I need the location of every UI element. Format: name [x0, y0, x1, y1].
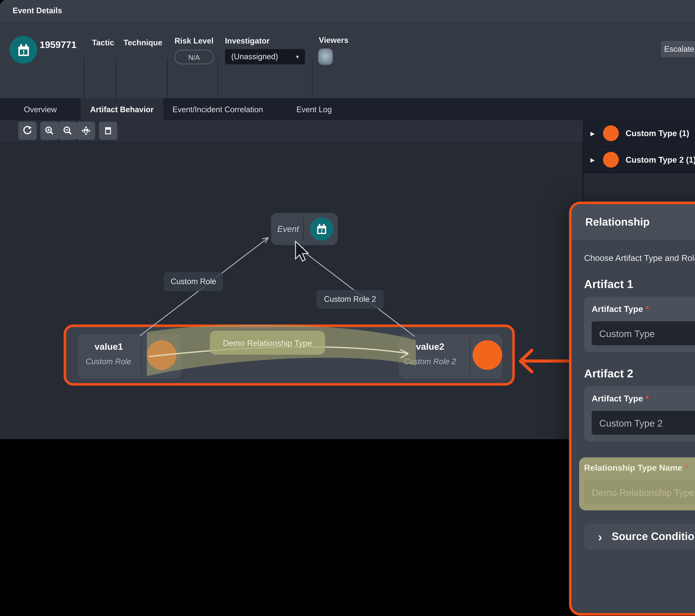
viewer-avatar[interactable] [318, 49, 333, 65]
divider [470, 339, 470, 374]
tactic-label: Tactic [92, 38, 114, 47]
viewers-label: Viewers [319, 36, 349, 45]
zoom-out-button[interactable] [59, 122, 77, 140]
fit-view-icon [81, 125, 91, 136]
edge-role-label: Custom Role 2 [316, 290, 384, 309]
artifact-type-label: Artifact Type* [592, 304, 695, 314]
artifact-2-type-field: Artifact Type* Custom Type 2 ▼ [592, 394, 695, 435]
refresh-button[interactable] [18, 122, 36, 140]
chevron-down-icon: ▼ [295, 54, 300, 59]
artifact-type-dot [473, 340, 502, 370]
graph-toolbar [0, 120, 583, 142]
artifact-1-type-field: Artifact Type* Custom Type ▼ [592, 304, 695, 345]
artifact-2-card: Artifact Type* Custom Type 2 ▼ Artifact … [584, 386, 695, 442]
caret-right-icon[interactable]: ▶ [591, 130, 595, 136]
artifact-value: value1 [95, 342, 123, 352]
event-id: 1959771 [40, 39, 77, 50]
tab-event-incident-correlation[interactable]: Event/Incident Correlation [163, 98, 272, 120]
panel-description: Choose Artifact Type and Roles below to … [584, 253, 695, 263]
artifact-1-heading: Artifact 1 [584, 278, 695, 291]
required-asterisk: * [685, 463, 688, 473]
event-calendar-icon [10, 36, 37, 64]
fit-view-button[interactable] [77, 122, 95, 140]
artifact-type-dot [147, 340, 176, 370]
artifact-type-dot [603, 125, 619, 141]
escalate-button[interactable]: Escalate [661, 41, 695, 57]
investigator-select[interactable]: (Unassigned) ▼ [225, 49, 305, 64]
panel-title: Relationship [585, 216, 649, 228]
required-asterisk: * [645, 304, 649, 314]
relationship-panel-header: Relationship ✕ [572, 204, 695, 240]
artifact-type-label: Artifact Type* [592, 394, 695, 403]
risk-level-label: Risk Level [174, 37, 214, 45]
screen: Event Details ✕ 1959771 Tactic Technique… [0, 0, 695, 616]
zoom-in-icon [44, 125, 55, 136]
tab-event-log[interactable]: Event Log [272, 98, 356, 120]
frame-selection-button[interactable] [99, 122, 117, 140]
artifact-1-type-dropdown[interactable]: Custom Type ▼ [592, 321, 695, 345]
legend-group-label: Custom Type (1) [626, 129, 689, 138]
artifact-value: value2 [416, 342, 444, 352]
source-conditions-toggle[interactable]: › Source Conditions ? [584, 524, 695, 549]
relationship-panel-body: Choose Artifact Type and Roles below to … [572, 253, 695, 590]
artifact-type-dot [603, 152, 619, 168]
legend-group-custom-type-2[interactable]: ▶ Custom Type 2 (1) [583, 147, 695, 173]
frame-icon [103, 125, 114, 136]
artifact-node-value1[interactable]: value1 Custom Role [78, 334, 181, 379]
event-header: 1959771 Tactic Technique Risk Level N/A … [0, 21, 695, 98]
relationship-type-name-label: Relationship Type Name* [584, 463, 695, 473]
legend-group-custom-type[interactable]: ▶ Custom Type (1) [583, 120, 695, 147]
artifact-role: Custom Role 2 [404, 357, 456, 366]
technique-label: Technique [123, 38, 162, 47]
risk-level-badge: N/A [174, 50, 214, 64]
graph-canvas[interactable] [0, 142, 583, 439]
tab-bar: Overview Artifact Behavior Event/Inciden… [0, 98, 695, 120]
caret-right-icon[interactable]: ▶ [591, 157, 595, 163]
required-asterisk: * [645, 394, 649, 403]
investigator-label: Investigator [225, 37, 270, 45]
legend-group-label: Custom Type 2 (1) [626, 155, 695, 165]
artifact-1-card: Artifact Type* Custom Type ▼ Artifact Ro… [584, 297, 695, 352]
divider [303, 217, 304, 241]
event-calendar-icon [310, 217, 333, 241]
artifact-role: Custom Role [86, 357, 131, 366]
artifact-2-type-dropdown[interactable]: Custom Type 2 ▼ [592, 411, 695, 435]
event-node-label: Event [277, 213, 299, 245]
titlebar: Event Details ✕ [0, 0, 695, 21]
panel-buttons: Save Cancel [584, 567, 695, 591]
source-conditions-label: Source Conditions [612, 530, 695, 543]
refresh-icon [22, 125, 33, 136]
zoom-out-icon [63, 125, 73, 136]
event-node[interactable]: Event [271, 213, 338, 245]
divider [141, 339, 142, 374]
artifact-2-heading: Artifact 2 [584, 367, 695, 380]
relationship-type-name-field: Relationship Type Name* Demo Relationshi… [584, 463, 695, 504]
zoom-in-button[interactable] [40, 122, 58, 140]
relationship-panel: Relationship ✕ Choose Artifact Type and … [569, 202, 695, 616]
edge-role-label: Custom Role [164, 272, 223, 291]
window-title: Event Details [13, 0, 62, 21]
artifact-node-value2[interactable]: value2 Custom Role 2 [399, 334, 502, 379]
tab-overview[interactable]: Overview [0, 98, 81, 120]
chevron-right-icon: › [598, 530, 602, 543]
investigator-value: (Unassigned) [231, 52, 278, 61]
tab-artifact-behavior[interactable]: Artifact Behavior [81, 98, 163, 120]
relationship-band-label: Demo Relationship Type [210, 331, 325, 355]
